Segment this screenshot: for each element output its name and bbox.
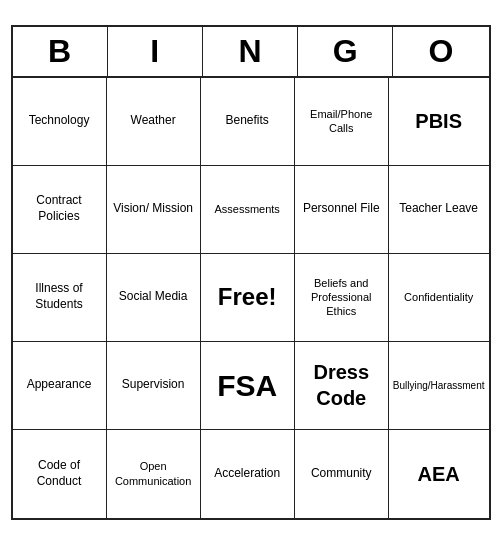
bingo-cell-2: Benefits (201, 78, 295, 166)
bingo-cell-13: Beliefs and Professional Ethics (295, 254, 389, 342)
bingo-letter-b: B (13, 27, 108, 76)
bingo-cell-5: Contract Policies (13, 166, 107, 254)
bingo-cell-23: Community (295, 430, 389, 518)
bingo-cell-7: Assessments (201, 166, 295, 254)
bingo-cell-8: Personnel File (295, 166, 389, 254)
bingo-cell-19: Bullying/Harassment (389, 342, 489, 430)
bingo-letter-i: I (108, 27, 203, 76)
bingo-cell-22: Acceleration (201, 430, 295, 518)
bingo-cell-9: Teacher Leave (389, 166, 489, 254)
bingo-cell-6: Vision/ Mission (107, 166, 201, 254)
bingo-cell-21: Open Communication (107, 430, 201, 518)
bingo-cell-16: Supervision (107, 342, 201, 430)
bingo-cell-14: Confidentiality (389, 254, 489, 342)
bingo-letter-o: O (393, 27, 488, 76)
bingo-cell-17: FSA (201, 342, 295, 430)
bingo-cell-12: Free! (201, 254, 295, 342)
bingo-cell-18: Dress Code (295, 342, 389, 430)
bingo-cell-0: Technology (13, 78, 107, 166)
bingo-cell-11: Social Media (107, 254, 201, 342)
bingo-cell-4: PBIS (389, 78, 489, 166)
bingo-header: BINGO (13, 27, 489, 78)
bingo-cell-10: Illness of Students (13, 254, 107, 342)
bingo-card: BINGO TechnologyWeatherBenefitsEmail/Pho… (11, 25, 491, 520)
bingo-cell-24: AEA (389, 430, 489, 518)
bingo-grid: TechnologyWeatherBenefitsEmail/Phone Cal… (13, 78, 489, 518)
bingo-letter-n: N (203, 27, 298, 76)
bingo-cell-20: Code of Conduct (13, 430, 107, 518)
bingo-letter-g: G (298, 27, 393, 76)
bingo-cell-1: Weather (107, 78, 201, 166)
bingo-cell-15: Appearance (13, 342, 107, 430)
bingo-cell-3: Email/Phone Calls (295, 78, 389, 166)
